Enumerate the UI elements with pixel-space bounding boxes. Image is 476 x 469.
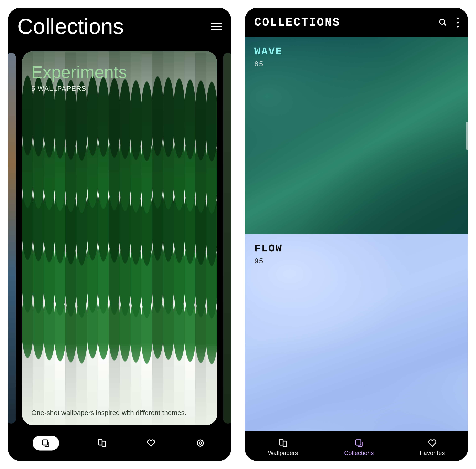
svg-rect-1 <box>98 440 102 445</box>
page-title: COLLECTIONS <box>254 16 340 29</box>
svg-point-5 <box>440 19 445 24</box>
bottom-nav: Wallpapers Collections Favorites <box>245 431 468 461</box>
overflow-menu-icon[interactable] <box>457 17 459 28</box>
menu-icon[interactable] <box>211 23 222 30</box>
nav-collections-icon[interactable] <box>32 436 59 451</box>
collection-item-wave[interactable]: WAVE 85 <box>245 37 468 234</box>
page-title: Collections <box>17 14 124 39</box>
svg-rect-2 <box>102 441 106 447</box>
collection-count: 85 <box>254 60 283 68</box>
svg-rect-6 <box>279 439 283 445</box>
nav-favorites-icon[interactable] <box>145 437 157 449</box>
svg-rect-0 <box>43 440 48 445</box>
collection-card[interactable]: Experiments 5 WALLPAPERS One-shot wallpa… <box>22 51 217 425</box>
search-icon[interactable] <box>438 17 447 28</box>
nav-settings-icon[interactable] <box>194 437 206 449</box>
tab-wallpapers[interactable]: Wallpapers <box>268 438 298 456</box>
scroll-indicator <box>466 122 468 150</box>
svg-rect-7 <box>283 441 286 447</box>
bottom-nav <box>8 430 231 461</box>
header: Collections <box>8 8 231 45</box>
collection-count: 95 <box>254 257 283 266</box>
collection-subtitle: 5 WALLPAPERS <box>31 85 208 92</box>
next-collection-peek[interactable] <box>223 53 231 424</box>
header: COLLECTIONS <box>245 8 468 37</box>
phone-left: Collections Experiments 5 WALLPAPERS One… <box>5 4 234 464</box>
collection-description: One-shot wallpapers inspired with differ… <box>31 409 208 417</box>
prev-collection-peek[interactable] <box>8 53 16 424</box>
tab-favorites[interactable]: Favorites <box>420 438 445 456</box>
collection-name: WAVE <box>254 46 283 57</box>
collection-name: FLOW <box>254 243 283 254</box>
svg-rect-8 <box>356 440 361 445</box>
collection-name: Experiments <box>31 62 208 82</box>
tab-label: Wallpapers <box>268 450 298 456</box>
collection-item-flow[interactable]: FLOW 95 <box>245 234 468 431</box>
tab-label: Collections <box>344 450 374 456</box>
svg-point-4 <box>199 442 201 444</box>
nav-wallpapers-icon[interactable] <box>96 437 108 449</box>
collection-list[interactable]: WAVE 85 FLOW 95 <box>245 37 468 431</box>
tab-label: Favorites <box>420 450 445 456</box>
tab-collections[interactable]: Collections <box>344 438 374 456</box>
collection-carousel[interactable]: Experiments 5 WALLPAPERS One-shot wallpa… <box>8 47 231 430</box>
phone-right: COLLECTIONS WAVE 85 <box>242 4 471 464</box>
svg-point-3 <box>197 440 203 446</box>
